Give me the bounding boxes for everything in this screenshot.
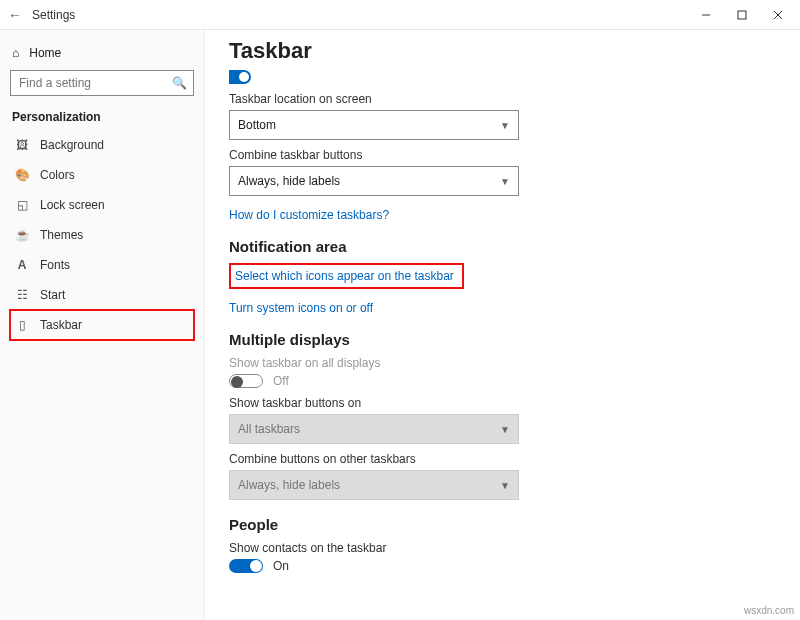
page-title: Taskbar <box>229 38 776 64</box>
dropdown-value: Always, hide labels <box>238 478 340 492</box>
dropdown-value: Always, hide labels <box>238 174 340 188</box>
close-button[interactable] <box>760 0 796 29</box>
sidebar-item-label: Themes <box>40 228 83 242</box>
maximize-icon <box>737 10 747 20</box>
multiple-displays-heading: Multiple displays <box>229 331 776 348</box>
close-icon <box>773 10 783 20</box>
chevron-down-icon: ▼ <box>500 120 510 131</box>
sidebar-item-label: Start <box>40 288 65 302</box>
back-button[interactable]: ← <box>6 7 24 23</box>
home-label: Home <box>29 46 61 60</box>
combine-buttons-dropdown[interactable]: Always, hide labels ▼ <box>229 166 519 196</box>
taskbar-icon: ▯ <box>14 318 30 332</box>
sidebar: ⌂ Home 🔍 Personalization 🖼 Background 🎨 … <box>0 30 205 620</box>
show-contacts-label: Show contacts on the taskbar <box>229 541 776 555</box>
sidebar-item-themes[interactable]: ☕ Themes <box>10 220 194 250</box>
maximize-button[interactable] <box>724 0 760 29</box>
toggle-state-label: Off <box>273 374 289 388</box>
minimize-button[interactable] <box>688 0 724 29</box>
toggle-knob <box>250 560 262 572</box>
sidebar-item-label: Background <box>40 138 104 152</box>
notification-area-heading: Notification area <box>229 238 776 255</box>
taskbar-location-label: Taskbar location on screen <box>229 92 776 106</box>
home-icon: ⌂ <box>12 46 19 60</box>
toggle-knob <box>239 72 249 82</box>
chevron-down-icon: ▼ <box>500 176 510 187</box>
svg-rect-1 <box>738 11 746 19</box>
customize-taskbars-link[interactable]: How do I customize taskbars? <box>229 208 776 222</box>
home-button[interactable]: ⌂ Home <box>10 40 194 70</box>
toggle-state-label: On <box>273 559 289 573</box>
watermark-text: wsxdn.com <box>744 605 794 616</box>
chevron-down-icon: ▼ <box>500 480 510 491</box>
show-taskbar-all-displays-label: Show taskbar on all displays <box>229 356 776 370</box>
select-icons-link[interactable]: Select which icons appear on the taskbar <box>235 269 454 283</box>
dropdown-value: Bottom <box>238 118 276 132</box>
sidebar-item-fonts[interactable]: A Fonts <box>10 250 194 280</box>
search-input[interactable] <box>17 75 167 91</box>
sidebar-item-background[interactable]: 🖼 Background <box>10 130 194 160</box>
search-field[interactable]: 🔍 <box>10 70 194 96</box>
fonts-icon: A <box>14 258 30 272</box>
highlighted-box: Select which icons appear on the taskbar <box>229 263 464 289</box>
lock-screen-icon: ◱ <box>14 198 30 212</box>
chevron-down-icon: ▼ <box>500 424 510 435</box>
search-icon: 🔍 <box>172 76 187 90</box>
sidebar-section-label: Personalization <box>12 110 194 124</box>
sidebar-item-colors[interactable]: 🎨 Colors <box>10 160 194 190</box>
combine-other-taskbars-dropdown: Always, hide labels ▼ <box>229 470 519 500</box>
show-taskbar-buttons-on-dropdown: All taskbars ▼ <box>229 414 519 444</box>
image-icon: 🖼 <box>14 138 30 152</box>
taskbar-location-dropdown[interactable]: Bottom ▼ <box>229 110 519 140</box>
sidebar-item-start[interactable]: ☷ Start <box>10 280 194 310</box>
title-bar: ← Settings <box>0 0 800 30</box>
show-taskbar-buttons-on-label: Show taskbar buttons on <box>229 396 776 410</box>
sidebar-item-lock-screen[interactable]: ◱ Lock screen <box>10 190 194 220</box>
themes-icon: ☕ <box>14 228 30 242</box>
window-title: Settings <box>32 8 75 22</box>
palette-icon: 🎨 <box>14 168 30 182</box>
people-heading: People <box>229 516 776 533</box>
start-icon: ☷ <box>14 288 30 302</box>
system-icons-link[interactable]: Turn system icons on or off <box>229 301 776 315</box>
minimize-icon <box>701 10 711 20</box>
main-pane: Taskbar Taskbar location on screen Botto… <box>205 30 800 620</box>
combine-buttons-label: Combine taskbar buttons <box>229 148 776 162</box>
truncated-toggle[interactable] <box>229 70 251 84</box>
sidebar-item-label: Fonts <box>40 258 70 272</box>
show-contacts-toggle[interactable] <box>229 559 263 573</box>
sidebar-item-label: Colors <box>40 168 75 182</box>
toggle-knob <box>231 376 243 388</box>
sidebar-item-label: Lock screen <box>40 198 105 212</box>
sidebar-item-taskbar[interactable]: ▯ Taskbar <box>10 310 194 340</box>
sidebar-item-label: Taskbar <box>40 318 82 332</box>
show-taskbar-all-displays-toggle[interactable] <box>229 374 263 388</box>
dropdown-value: All taskbars <box>238 422 300 436</box>
combine-other-taskbars-label: Combine buttons on other taskbars <box>229 452 776 466</box>
